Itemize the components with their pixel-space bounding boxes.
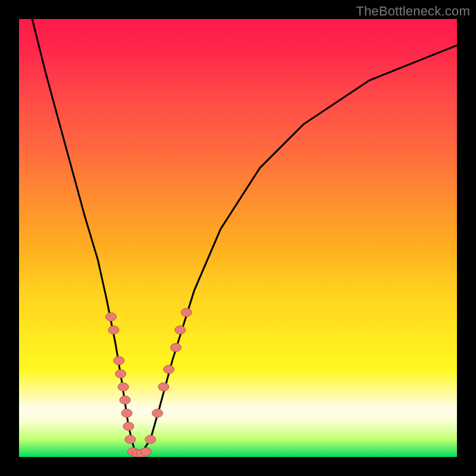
bead-marker [115, 369, 126, 378]
bead-marker [114, 356, 124, 365]
bead-marker [140, 447, 151, 456]
curve-svg [19, 19, 457, 457]
outer-frame: TheBottleneck.com [0, 0, 476, 476]
bottleneck-curve [32, 19, 457, 453]
bead-marker [164, 365, 174, 374]
bead-marker [120, 396, 130, 404]
watermark-text: TheBottleneck.com [356, 4, 470, 19]
bead-marker [123, 422, 134, 431]
bead-marker [118, 383, 129, 391]
bead-marker [108, 326, 119, 334]
bead-marker [145, 436, 156, 444]
bead-marker [171, 343, 181, 352]
bead-marker [181, 308, 192, 317]
bead-marker [158, 383, 169, 391]
bead-marker [175, 326, 186, 334]
bead-marker [106, 313, 117, 321]
bead-marker [125, 436, 136, 444]
beads-group [106, 308, 192, 457]
bead-marker [121, 409, 132, 417]
bead-marker [152, 409, 163, 417]
plot-area [19, 19, 457, 457]
